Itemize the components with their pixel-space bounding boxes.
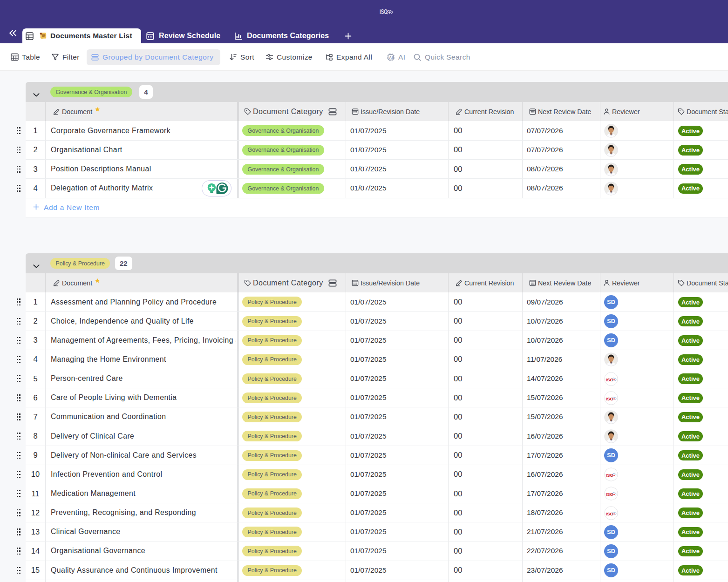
svg-text:ISO: ISO bbox=[606, 492, 613, 497]
svg-text:ISO: ISO bbox=[606, 473, 613, 478]
svg-text:ISO: ISO bbox=[606, 511, 613, 516]
svg-text:ISO: ISO bbox=[606, 377, 613, 382]
svg-text:AI: AI bbox=[389, 55, 393, 60]
svg-text:ISO: ISO bbox=[606, 396, 613, 401]
svg-text:iSO: iSO bbox=[380, 8, 388, 15]
